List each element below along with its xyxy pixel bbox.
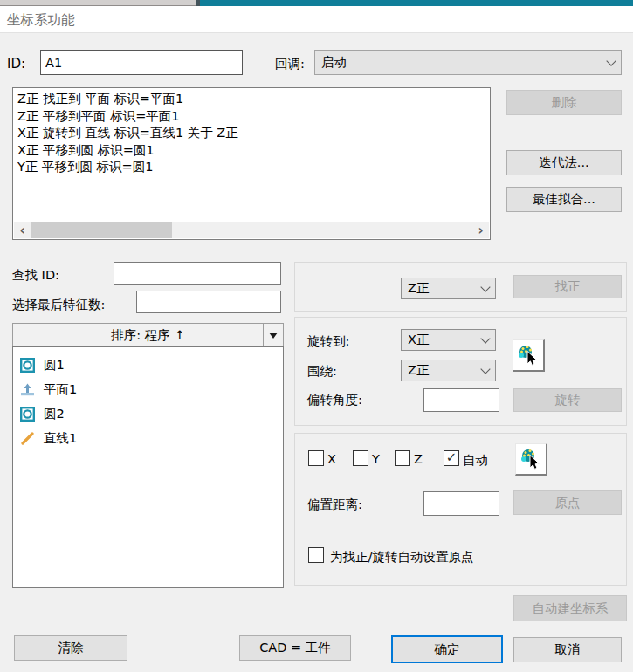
- app-edge-divider: [196, 0, 200, 6]
- step-line[interactable]: Z正 平移到平面 标识=平面1: [17, 108, 485, 126]
- z-checkbox[interactable]: [395, 450, 410, 466]
- callback-combobox[interactable]: 启动: [314, 50, 622, 75]
- rotate-button[interactable]: 旋转: [513, 388, 622, 412]
- rotate-to-value: X正: [408, 332, 482, 348]
- pick-feature-button[interactable]: [513, 339, 545, 372]
- scrollbar-thumb[interactable]: [31, 222, 172, 238]
- list-item[interactable]: 平面1: [13, 377, 283, 401]
- step-line[interactable]: X正 旋转到 直线 标识=直线1 关于 Z正: [17, 125, 485, 142]
- feature-name: 圆1: [44, 357, 65, 374]
- id-label: ID:: [7, 56, 25, 72]
- app-edge-gray-strip: [0, 0, 196, 6]
- alignment-steps-list[interactable]: Z正 找正到 平面 标识=平面1 Z正 平移到平面 标识=平面1 X正 旋转到 …: [12, 87, 491, 240]
- check-icon: ✓: [446, 451, 458, 464]
- about-combobox[interactable]: Z正: [401, 360, 496, 381]
- offset-angle-input[interactable]: [423, 388, 499, 412]
- offset-distance-input[interactable]: [423, 491, 499, 516]
- iterative-button[interactable]: 迭代法...: [506, 150, 622, 175]
- x-checkbox-label: X: [327, 452, 336, 466]
- id-input[interactable]: [40, 50, 243, 75]
- line-feature-icon: [20, 431, 35, 446]
- dialog-titlebar: 坐标系功能: [0, 6, 633, 33]
- step-line[interactable]: X正 平移到圆 标识=圆1: [17, 142, 485, 160]
- x-checkbox[interactable]: [308, 450, 324, 466]
- callback-value: 启动: [321, 54, 608, 71]
- step-line[interactable]: Y正 平移到圆 标识=圆1: [17, 159, 485, 176]
- z-checkbox-label: Z: [414, 452, 423, 466]
- select-last-input[interactable]: [136, 291, 281, 313]
- sort-dropdown-button[interactable]: [263, 324, 283, 346]
- feature-name: 平面1: [44, 381, 77, 398]
- about-label: 围绕:: [307, 363, 337, 380]
- chevron-down-icon: [606, 56, 616, 65]
- chevron-down-icon: [480, 333, 490, 343]
- auto-checkbox-label: 自动: [463, 452, 488, 469]
- feature-name: 圆2: [44, 406, 65, 422]
- step-line[interactable]: Z正 找正到 平面 标识=平面1: [17, 91, 485, 108]
- chevron-down-icon: [480, 364, 490, 374]
- plane-feature-icon: [20, 382, 35, 397]
- auto-csys-button[interactable]: 自动建坐标系: [513, 595, 627, 621]
- find-id-input[interactable]: [114, 262, 281, 285]
- rotate-to-combobox[interactable]: X正: [401, 329, 496, 351]
- sort-header-button[interactable]: 排序: 程序 ↑: [12, 323, 284, 347]
- ok-button[interactable]: 确定: [391, 635, 503, 663]
- clear-button[interactable]: 清除: [14, 635, 127, 661]
- offset-angle-label: 偏转角度:: [307, 392, 362, 408]
- feature-list[interactable]: 圆1 平面1 圆2 直线1: [12, 346, 284, 588]
- chevron-down-icon: [480, 282, 490, 291]
- auto-checkbox[interactable]: ✓: [444, 450, 459, 466]
- scroll-left-arrow-icon[interactable]: ‹: [14, 222, 31, 238]
- scroll-right-arrow-icon[interactable]: ›: [472, 222, 489, 238]
- circle-feature-icon: [20, 358, 35, 373]
- triangle-down-icon: [269, 333, 278, 339]
- horizontal-scrollbar[interactable]: ‹ ›: [14, 222, 489, 238]
- circle-feature-icon: [20, 407, 35, 422]
- sort-header-label: 排序: 程序 ↑: [111, 327, 184, 344]
- align-axis-combobox[interactable]: Z正: [401, 278, 496, 299]
- auto-origin-label: 为找正/旋转自动设置原点: [330, 549, 473, 566]
- level-button[interactable]: 找正: [513, 275, 622, 298]
- pick-feature-icon: [519, 447, 543, 471]
- pick-feature-button[interactable]: [515, 443, 547, 476]
- list-item[interactable]: 圆2: [13, 401, 283, 426]
- find-id-label: 查找 ID:: [12, 267, 59, 284]
- callback-label: 回调:: [275, 56, 305, 72]
- select-last-label: 选择最后特征数:: [12, 297, 105, 313]
- about-value: Z正: [408, 362, 482, 379]
- feature-name: 直线1: [44, 430, 77, 447]
- offset-distance-label: 偏置距离:: [307, 497, 362, 513]
- list-item[interactable]: 圆1: [13, 353, 283, 377]
- best-fit-button[interactable]: 最佳拟合...: [506, 187, 622, 212]
- list-item[interactable]: 直线1: [13, 426, 283, 450]
- scrollbar-track[interactable]: [31, 222, 472, 238]
- cad-equals-part-button[interactable]: CAD = 工件: [239, 635, 351, 661]
- y-checkbox[interactable]: [353, 450, 368, 466]
- delete-button[interactable]: 删除: [506, 90, 622, 115]
- align-axis-value: Z正: [408, 280, 482, 297]
- origin-button[interactable]: 原点: [513, 490, 622, 515]
- rotate-to-label: 旋转到:: [307, 333, 349, 350]
- dialog-title: 坐标系功能: [7, 11, 75, 30]
- pick-feature-icon: [516, 343, 540, 367]
- cancel-button[interactable]: 取消: [513, 637, 622, 662]
- y-checkbox-label: Y: [372, 452, 380, 466]
- auto-origin-checkbox[interactable]: [308, 547, 324, 563]
